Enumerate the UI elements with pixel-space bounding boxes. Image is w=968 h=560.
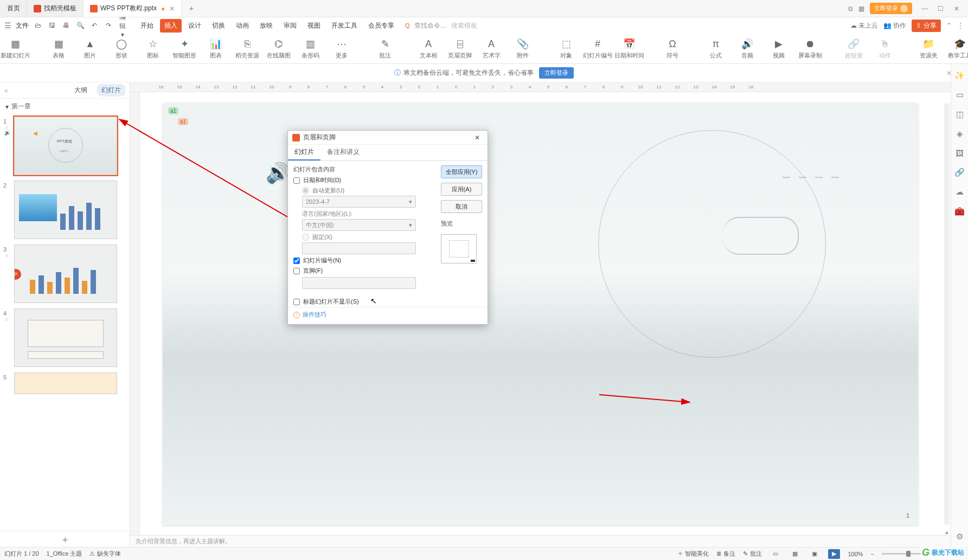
fixed-text-input[interactable] [302, 242, 416, 254]
ribbon-tab-review[interactable]: 审阅 [279, 19, 301, 33]
view-slideshow-icon[interactable]: ▶ [828, 549, 840, 559]
tb-formula[interactable]: π公式 [706, 37, 726, 60]
datetime-checkbox-row[interactable]: 日期和时间(D) [293, 176, 435, 184]
rr-wand-icon[interactable]: ✨ [954, 70, 965, 80]
tb-datetime[interactable]: 📅日期和时间 [619, 37, 639, 60]
collaborate-button[interactable]: 👥协作 [883, 21, 906, 30]
search-template-placeholder[interactable]: 搜索模板 [451, 21, 477, 30]
auto-update-radio-row[interactable]: 自动更新(U) [302, 186, 435, 195]
slidenum-checkbox[interactable] [293, 258, 300, 264]
close-tab-icon[interactable]: ✕ [169, 5, 175, 12]
banner-login-button[interactable]: 立即登录 [539, 67, 574, 79]
more-menu-icon[interactable]: ⋮ [957, 22, 964, 29]
tb-shape[interactable]: ◯形状 [112, 37, 131, 60]
ribbon-tab-member[interactable]: 会员专享 [364, 19, 399, 33]
tb-textbox[interactable]: A文本框 [419, 37, 438, 60]
view-normal-icon[interactable]: ▭ [770, 549, 781, 559]
tab-home[interactable]: 首页 [0, 0, 27, 17]
rr-settings-icon[interactable]: ⚙ [956, 532, 963, 542]
tab-current-file[interactable]: WPS PPT教程.pptx ● ✕ [84, 0, 182, 17]
login-button[interactable]: 立即登录 [870, 3, 912, 14]
minimize-icon[interactable]: — [918, 2, 932, 16]
rr-link-icon[interactable]: 🔗 [954, 168, 965, 177]
thumbnail-slide-3[interactable]: P [14, 244, 117, 303]
speaker-notes[interactable]: 先介绍背景信息，再进入主题讲解。 [130, 535, 951, 547]
qat-print-preview-icon[interactable]: 🔍 [75, 22, 85, 29]
chapter-header[interactable]: ▾第一章 [0, 99, 130, 114]
dialog-tab-slide[interactable]: 幻灯片 [288, 145, 320, 160]
datetime-checkbox[interactable] [293, 177, 300, 184]
tb-smart[interactable]: ✦智能图形 [175, 37, 194, 60]
status-beautify[interactable]: ✧智能美化 [678, 550, 709, 558]
tb-attach[interactable]: 📎附件 [513, 37, 533, 60]
apply-button[interactable]: 应用(A) [441, 183, 482, 196]
footer-text-input[interactable] [302, 277, 416, 289]
collapse-outline-icon[interactable]: « [4, 87, 8, 94]
share-button[interactable]: ⇧分享 [912, 20, 941, 32]
tb-symbol[interactable]: Ω符号 [663, 37, 682, 60]
maximize-icon[interactable]: ☐ [934, 2, 948, 16]
rr-toolbox-icon[interactable]: 🧰 [954, 207, 965, 216]
date-combo[interactable]: 2023-4-7▾ [302, 196, 416, 208]
zoom-label[interactable]: 100% [848, 551, 863, 557]
menu-icon[interactable]: ☰ [4, 21, 11, 30]
dialog-close-icon[interactable]: ✕ [471, 133, 483, 143]
tb-video[interactable]: ▶视频 [769, 37, 788, 60]
close-window-icon[interactable]: ✕ [950, 2, 964, 16]
apply-all-button[interactable]: 全部应用(Y) [441, 165, 482, 178]
tb-action[interactable]: 🖱动作 [875, 37, 895, 60]
rr-diamond-icon[interactable]: ◈ [957, 129, 963, 139]
qat-save-icon[interactable]: 🖫 [47, 22, 57, 29]
status-theme[interactable]: 1_Office 主题 [47, 550, 82, 558]
qat-print-icon[interactable]: 🖶 [61, 22, 71, 29]
dialog-tips[interactable]: ! 操作技巧 [288, 307, 488, 324]
tb-resource[interactable]: 📁资源夹 [919, 37, 938, 60]
collapse-ribbon-icon[interactable]: ⌃ [946, 22, 952, 29]
tb-barcode[interactable]: ▥条形码 [300, 37, 320, 60]
vertical-scrollbar[interactable] [944, 103, 950, 525]
tb-icon[interactable]: ☆图标 [143, 37, 163, 60]
dialog-tab-notes[interactable]: 备注和讲义 [320, 145, 366, 160]
ribbon-tab-animation[interactable]: 动画 [232, 19, 253, 33]
hide-title-checkbox[interactable] [293, 299, 300, 305]
rr-image-icon[interactable]: 🖼 [956, 149, 964, 158]
rr-style-icon[interactable]: ◫ [956, 110, 964, 119]
ribbon-tab-devtools[interactable]: 开发工具 [327, 19, 362, 33]
dialog-titlebar[interactable]: 页眉和页脚 ✕ [288, 131, 488, 145]
tb-comment[interactable]: ✎批注 [375, 37, 395, 60]
language-combo[interactable]: 中文(中国)▾ [302, 219, 416, 231]
rr-slide-icon[interactable]: ▭ [956, 90, 964, 100]
hide-title-checkbox-row[interactable]: 标题幻灯片不显示(S) [293, 298, 359, 306]
qat-open-icon[interactable]: 🗁 [33, 22, 43, 29]
tb-hyperlink[interactable]: 🔗超链接 [844, 37, 863, 60]
outline-tab-slides[interactable]: 幻灯片 [97, 84, 125, 96]
tb-screenrec[interactable]: ⏺屏幕录制 [800, 37, 820, 60]
ribbon-tab-slideshow[interactable]: 放映 [255, 19, 277, 33]
thumbnail-slide-1[interactable]: ◀ PPT教程 ~PPT~ [14, 117, 117, 175]
tab-template[interactable]: 找稻壳模板 [27, 0, 84, 17]
cancel-button[interactable]: 取消 [441, 200, 482, 213]
slidenum-checkbox-row[interactable]: 幻灯片编号(N) [293, 256, 435, 265]
ribbon-tab-start[interactable]: 开始 [136, 19, 158, 33]
ribbon-tab-insert[interactable]: 插入 [160, 19, 182, 33]
ribbon-tab-design[interactable]: 设计 [184, 19, 206, 33]
apps-grid-icon[interactable]: ▦ [858, 5, 864, 12]
zoom-out-icon[interactable]: − [871, 551, 874, 557]
tb-wordart[interactable]: A艺术字 [482, 37, 501, 60]
qat-undo-icon[interactable]: ↶ [89, 22, 99, 29]
outline-tab-outline[interactable]: 大纲 [70, 84, 92, 96]
tb-table[interactable]: ▦表格 [49, 37, 68, 60]
scroll-up-icon[interactable]: ▲ [944, 530, 950, 535]
tb-headerfooter[interactable]: ⌸页眉页脚 [450, 37, 470, 60]
rr-cloud-icon[interactable]: ☁ [956, 187, 964, 197]
tb-more[interactable]: ⋯更多 [332, 37, 351, 60]
tb-daoke[interactable]: ⎘稻壳资源 [238, 37, 257, 60]
tb-audio[interactable]: 🔊音频 [738, 37, 757, 60]
file-menu[interactable]: 文件 [16, 21, 29, 30]
thumbnail-slide-4[interactable] [14, 308, 117, 367]
thumbnail-slide-5[interactable] [14, 372, 117, 394]
add-tab-button[interactable]: ＋ [182, 0, 201, 17]
qat-redo-icon[interactable]: ↷ [104, 22, 113, 29]
view-reading-icon[interactable]: ▣ [809, 549, 820, 559]
view-sorter-icon[interactable]: ▦ [789, 549, 801, 559]
